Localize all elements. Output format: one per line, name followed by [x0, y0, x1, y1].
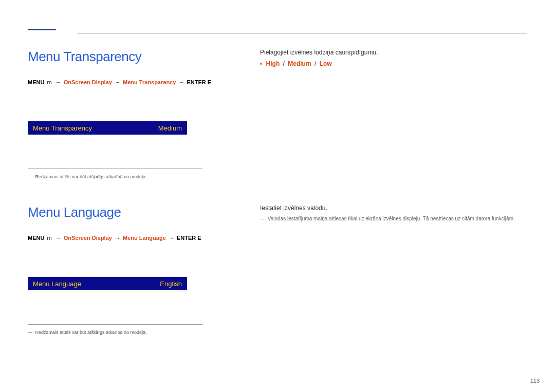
menu-preview-value: Medium [158, 124, 182, 132]
bc-item-1: OnScreen Display [64, 235, 112, 241]
bc-enter-icon: E [197, 235, 201, 241]
bullet-icon: • [260, 60, 262, 67]
bc-arrow-sep: → [55, 79, 61, 85]
option-sep: / [283, 60, 285, 67]
header-accent [28, 29, 56, 30]
bc-enter: ENTER [187, 79, 206, 85]
section-menu-transparency: Menu Transparency MENU m → OnScreen Disp… [28, 49, 527, 179]
bc-menu: MENU [28, 79, 44, 85]
right-column: Pielāgojiet izvēlnes lodziņa caurspīdīgu… [260, 49, 527, 67]
bc-arrow: m [47, 235, 51, 241]
description: Iestatiet izvēlnes valodu. [260, 204, 527, 212]
menu-preview-label: Menu Language [33, 280, 81, 288]
menu-preview-label: Menu Transparency [33, 124, 92, 132]
note-block: ― Redzamais attēls var būt atšķirīgs atk… [28, 169, 202, 179]
menu-preview-box: Menu Language English [28, 277, 187, 290]
dash-icon: ― [260, 216, 266, 221]
bc-arrow: m [47, 79, 51, 85]
description: Pielāgojiet izvēlnes lodziņa caurspīdīgu… [260, 49, 527, 56]
sub-note-text: Valodas iestatījuma maiņa attiecas tikai… [268, 216, 515, 221]
header-rule [77, 33, 527, 33]
dash-icon: ― [28, 174, 34, 179]
bc-arrow-sep: → [55, 235, 61, 241]
bc-enter: ENTER [177, 235, 196, 241]
breadcrumb: MENU m → OnScreen Display → Menu Languag… [28, 235, 527, 241]
bc-arrow-sep: → [115, 235, 120, 241]
bc-arrow-sep: → [178, 79, 184, 85]
note-text: Redzamais attēls var būt atšķirīgs atkar… [35, 174, 147, 179]
option-low: Low [320, 60, 332, 67]
right-column: Iestatiet izvēlnes valodu. ― Valodas ies… [260, 204, 527, 221]
bc-item-2: Menu Language [123, 235, 166, 241]
menu-preview-value: English [160, 280, 182, 288]
dash-icon: ― [28, 330, 34, 335]
section-menu-language: Menu Language MENU m → OnScreen Display … [28, 204, 527, 335]
sub-note: ― Valodas iestatījuma maiņa attiecas tik… [260, 216, 527, 221]
option-sep: / [314, 60, 316, 67]
bc-arrow-sep: → [169, 235, 174, 241]
breadcrumb: MENU m → OnScreen Display → Menu Transpa… [28, 79, 527, 85]
bc-arrow-sep: → [115, 79, 120, 85]
option-medium: Medium [288, 60, 311, 67]
menu-preview-box: Menu Transparency Medium [28, 121, 187, 135]
bc-menu: MENU [28, 235, 44, 241]
option-high: High [266, 60, 280, 67]
options-row: • High / Medium / Low [260, 60, 527, 67]
note-block: ― Redzamais attēls var būt atšķirīgs atk… [28, 324, 202, 335]
bc-item-1: OnScreen Display [64, 79, 112, 85]
bc-enter-icon: E [208, 79, 211, 85]
bc-item-2: Menu Transparency [123, 79, 176, 85]
note-text: Redzamais attēls var būt atšķirīgs atkar… [35, 330, 147, 335]
page-number: 113 [530, 378, 540, 384]
